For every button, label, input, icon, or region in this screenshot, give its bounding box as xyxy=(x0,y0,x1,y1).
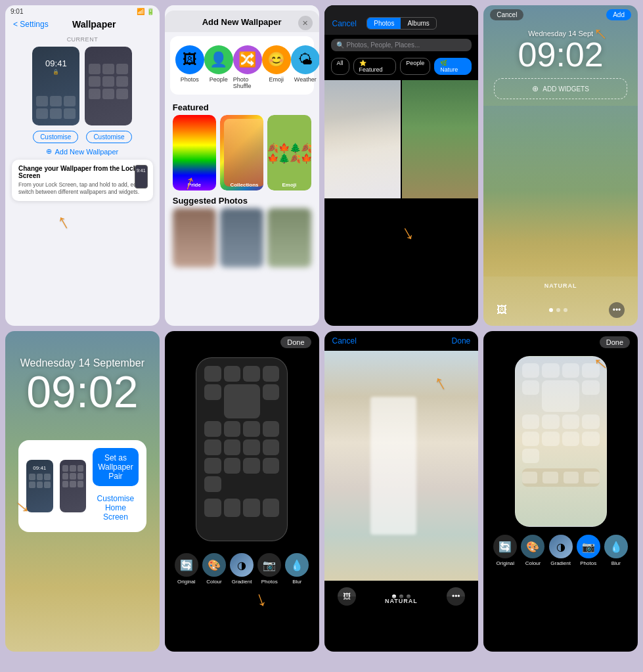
close-button[interactable]: ✕ xyxy=(298,16,313,30)
photo-landscape[interactable] xyxy=(402,80,478,198)
home-screen-preview[interactable] xyxy=(85,47,132,125)
photo-options-toolbar: 🔄 Original 🎨 Colour ◑ Gradient 📷 Photos … xyxy=(483,529,638,573)
search-icon: 🔍 xyxy=(336,41,344,49)
page-title: Wallpaper xyxy=(53,19,136,30)
lock-date-large: Wednesday 14 September xyxy=(5,331,160,369)
photos-albums-tabs: Photos Albums xyxy=(366,17,437,30)
arrow-indicator: ↑ xyxy=(252,588,271,614)
status-bar: 9:01 📶 🔋 xyxy=(5,5,160,18)
customise-lock-button[interactable]: Customise xyxy=(33,131,78,143)
filter-featured[interactable]: ⭐ Featured xyxy=(353,58,397,75)
lock-preview-small[interactable]: 09:41 xyxy=(26,460,53,512)
add-button[interactable]: Add xyxy=(606,9,631,20)
status-icons: 📶 🔋 xyxy=(137,8,154,15)
add-icon: ⊕ xyxy=(46,147,52,156)
blur-option[interactable]: 💧 Blur xyxy=(285,553,309,585)
app-icon-grid xyxy=(522,363,600,463)
cell-wallpaper-settings: 9:01 📶 🔋 < Settings Wallpaper CURRENT 09… xyxy=(5,5,160,326)
search-placeholder: Photos, People, Places... xyxy=(347,41,420,49)
filter-all[interactable]: All xyxy=(331,58,349,75)
preview-topbar: Cancel Add xyxy=(483,5,638,24)
dot-1 xyxy=(549,308,553,312)
back-button[interactable]: < Settings xyxy=(13,20,49,29)
cancel-button[interactable]: Cancel xyxy=(332,19,357,28)
photos-grid xyxy=(324,80,479,198)
emoji-wallpaper[interactable]: 🍂🍁🌲🍂🍁🌲🍂🍁 Emoji xyxy=(267,115,311,190)
colour-option[interactable]: 🎨 Colour xyxy=(521,535,544,566)
collections-wallpaper[interactable]: Collections xyxy=(220,115,263,190)
suggested-photo-1[interactable] xyxy=(173,208,216,267)
cell-home-editor: Done xyxy=(165,331,319,652)
natural-badge: NATURAL xyxy=(324,596,479,606)
gallery-icon[interactable]: 🖼 xyxy=(497,304,507,316)
cell-lock-screen-preview: Cancel Add Wednesday 14 Sept 09:02 ⊕ ADD… xyxy=(483,5,638,326)
filter-chips: All ⭐ Featured People 🌿 Nature xyxy=(324,55,479,78)
done-button[interactable]: Done xyxy=(452,336,471,346)
suggested-photo-2[interactable] xyxy=(220,208,263,267)
blur-option[interactable]: 💧 Blur xyxy=(604,535,628,566)
cancel-button[interactable]: Cancel xyxy=(490,9,523,20)
photos-type[interactable]: 🖼 Photos xyxy=(175,45,204,89)
arrow-indicator: ↑ xyxy=(53,208,74,235)
bottom-controls: 🖼 ••• xyxy=(483,302,638,318)
status-time: 9:01 xyxy=(11,8,23,15)
photo-waterfall[interactable] xyxy=(324,80,401,198)
people-type[interactable]: 👤 People xyxy=(204,45,233,89)
app-grid xyxy=(204,366,279,492)
lock-screen-preview[interactable]: 09:41 🔒 xyxy=(32,47,79,125)
add-widgets-button[interactable]: ⊕ ADD WIDGETS xyxy=(494,78,627,99)
lock-time-large: 09:02 xyxy=(5,369,160,414)
photo-preview xyxy=(324,351,479,581)
cancel-button[interactable]: Cancel xyxy=(332,336,357,346)
photos-option[interactable]: 📷 Photos xyxy=(257,553,281,585)
customise-row: Customise Customise xyxy=(5,131,160,143)
albums-tab[interactable]: Albums xyxy=(401,18,435,29)
add-new-wallpaper-button[interactable]: ⊕ Add New Wallpaper xyxy=(5,147,160,156)
set-wallpaper-pair-button[interactable]: Set as Wallpaper Pair xyxy=(93,448,139,486)
preview-lock-icon: 🔒 xyxy=(32,69,79,75)
nav-bar: < Settings Wallpaper xyxy=(5,18,160,31)
home-preview-small[interactable] xyxy=(60,460,87,512)
filter-people[interactable]: People xyxy=(400,58,430,75)
original-option[interactable]: 🔄 Original xyxy=(493,535,517,566)
done-button[interactable]: Done xyxy=(280,336,311,348)
photos-option-active[interactable]: 📷 Photos xyxy=(577,535,600,566)
dot-3 xyxy=(564,308,567,312)
filter-nature[interactable]: 🌿 Nature xyxy=(434,58,472,75)
gradient-option[interactable]: ◑ Gradient xyxy=(549,535,573,566)
gradient-option[interactable]: ◑ Gradient xyxy=(230,553,254,585)
preview-grid xyxy=(36,96,76,119)
cell-photo-picker: Cancel Photos Albums 🔍 Photos, People, P… xyxy=(324,5,479,326)
crop-topbar: Cancel Done xyxy=(324,331,479,351)
original-option[interactable]: 🔄 Original xyxy=(175,553,198,585)
picker-topbar: Cancel Photos Albums xyxy=(324,12,479,35)
wallpaper-options-toolbar: 🔄 Original 🎨 Colour ◑ Gradient 📷 Photos … xyxy=(165,548,319,591)
tooltip-phone-icon: 9:41 xyxy=(135,165,148,189)
photo-shuffle-type[interactable]: 🔀 Photo Shuffle xyxy=(233,45,262,89)
colour-option[interactable]: 🎨 Colour xyxy=(202,553,226,585)
current-label: CURRENT xyxy=(5,36,160,43)
cell-home-photo-editor: Done xyxy=(483,331,638,652)
editor-topbar: Done xyxy=(165,331,319,351)
customise-home-screen-button[interactable]: Customise Home Screen xyxy=(93,491,139,524)
phone-mockup-photo xyxy=(515,356,607,527)
done-button[interactable]: Done xyxy=(600,336,630,348)
featured-title: Featured xyxy=(165,99,319,115)
wallpaper-previews: 09:41 🔒 xyxy=(5,47,160,125)
customise-home-button[interactable]: Customise xyxy=(86,131,131,143)
emoji-type[interactable]: 😊 Emoji xyxy=(262,45,291,89)
search-bar[interactable]: 🔍 Photos, People, Places... xyxy=(331,39,472,51)
home-preview-grid xyxy=(89,64,128,99)
cell-photo-crop: Cancel Done NATURAL 🖼 ••• ↑ xyxy=(324,331,479,652)
modal-title: Add New Wallpaper xyxy=(173,17,311,27)
arrow-indicator: ↑ xyxy=(397,221,418,248)
suggested-photo-3[interactable] xyxy=(267,208,311,267)
editor-topbar: Done xyxy=(483,331,638,351)
weather-type[interactable]: 🌤 Weather xyxy=(291,45,319,89)
add-widget-icon: ⊕ xyxy=(532,84,539,93)
photos-tab[interactable]: Photos xyxy=(367,18,401,29)
tooltip-card: Change your Wallpaper from the Lock Scre… xyxy=(12,160,153,201)
wallpaper-type-icons: 🖼 Photos 👤 People 🔀 Photo Shuffle 😊 Emoj… xyxy=(170,39,314,92)
more-button[interactable]: ••• xyxy=(609,302,625,318)
tooltip-body: From your Lock Screen, tap and hold to a… xyxy=(18,181,146,196)
